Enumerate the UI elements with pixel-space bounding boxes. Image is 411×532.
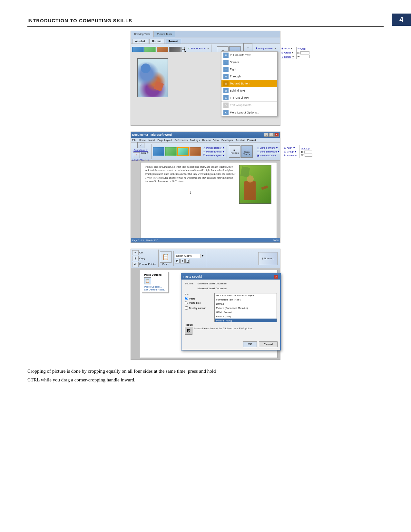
ss2-picture-effects[interactable]: ✓ Picture Effects ▼ (203, 150, 225, 153)
paste-link-radio[interactable]: Paste link: (185, 301, 210, 304)
tab-format-2[interactable]: Format (166, 39, 181, 44)
bold-btn[interactable]: B (175, 259, 180, 263)
wrap-tight[interactable]: ◇ Tight (221, 66, 277, 73)
wrap-more-options[interactable]: ⚙ More Layout Options... (221, 109, 277, 116)
paste-dialog-titlebar: Paste Special ✕ (181, 274, 280, 280)
list-item-5[interactable]: Picture (GIF) (215, 314, 277, 319)
cut-label[interactable]: Cut (139, 251, 143, 254)
ss2-rotate[interactable]: ↻ Rotate ▼ (284, 154, 297, 157)
list-item-2[interactable]: Bitmap (215, 302, 277, 306)
ss2-thumb-1[interactable] (153, 147, 164, 156)
menu-view[interactable]: View (213, 139, 219, 142)
source-label: Source: (185, 282, 194, 291)
menu-pagelayout[interactable]: Page Layout (157, 139, 172, 142)
paste-option-1[interactable]: 📋 (144, 277, 151, 284)
italic-btn[interactable]: I (180, 259, 185, 263)
ss2-wrap-btn[interactable]: ↕ Wrap Text ▼ (241, 145, 253, 158)
ss3-styles-area[interactable]: ¶ Norma... (258, 252, 278, 265)
ss2-corrections-label[interactable]: Corrections ▼ (133, 149, 148, 152)
tab-format-1[interactable]: Format (149, 39, 164, 44)
paste-label: Paste (162, 263, 169, 266)
paragraph-1: Cropping of picture is done by cropping … (27, 367, 384, 376)
ss1-art-image (137, 58, 168, 97)
source-value1: Microsoft Word Document (195, 282, 227, 285)
close-btn[interactable]: ✕ (274, 133, 279, 137)
ss2-page-status: Page 1 of 3 (132, 239, 144, 241)
ss2-width[interactable]: W: (301, 154, 312, 157)
list-item-0[interactable]: Microsoft Word Document Object (215, 293, 277, 298)
wrap-top-bottom[interactable]: ⊟ Top and Bottom (221, 80, 277, 87)
ss2-thumb-2[interactable] (165, 147, 177, 156)
list-item-3[interactable]: Picture (Enhanced Metafile) (215, 306, 277, 310)
ss2-send-backward[interactable]: ⬇ Send Backward ▼ (257, 150, 280, 153)
bring-forward-btn[interactable]: ⬆Bring Forward▼ (255, 47, 278, 50)
align-btn[interactable]: ⊞Align▼ (281, 47, 294, 50)
tab-acrobat[interactable]: Acrobat (132, 39, 148, 44)
set-default-paste-link[interactable]: Set Default Paste... (144, 288, 166, 291)
result-row: 🖼 Inserts the contents of the Clipboard … (185, 327, 277, 335)
menu-review[interactable]: Review (202, 139, 210, 142)
minimize-btn[interactable]: _ (264, 133, 269, 137)
wrap-edit-points: ✎ Edit Wrap Points (221, 101, 277, 109)
width-input[interactable]: W: (298, 55, 310, 58)
wrap-icon-inline[interactable]: ≡ (243, 43, 252, 52)
format-painter-label[interactable]: Format Painter (139, 263, 156, 266)
list-item-6[interactable]: Picture (PNG) (215, 319, 277, 322)
ss2-corrections-btn[interactable]: ✓ (137, 142, 144, 148)
menu-file[interactable]: File (132, 139, 136, 142)
styles-scroll-up[interactable]: ▲ (181, 47, 185, 50)
wrap-behind[interactable]: ⊠ Behind Text (221, 87, 277, 94)
ss2-selection-pane[interactable]: ▣ Selection Pane (257, 154, 280, 157)
wrap-square[interactable]: □ Square (221, 59, 277, 66)
ss2-picture-layout[interactable]: ☐ Picture Layout ▼ (203, 154, 225, 157)
menu-references[interactable]: References (174, 139, 188, 142)
paste-special-link[interactable]: Paste Special... (144, 285, 166, 288)
ss2-align[interactable]: ⊞ Align ▼ (284, 146, 297, 150)
ss2-position-btn[interactable]: ⊞ Position (229, 145, 240, 158)
menu-developer[interactable]: Developer (221, 139, 233, 142)
cut-icon[interactable]: ✂ (132, 250, 139, 255)
ss2-color-btn[interactable]: A (133, 152, 140, 158)
paste-radio[interactable]: Paste: (185, 297, 210, 300)
font-selector[interactable]: Calibri (Body) (175, 254, 201, 258)
paste-btn[interactable]: 📋 (160, 251, 171, 263)
paste-dialog-close-btn[interactable]: ✕ (274, 275, 278, 279)
ss2-thumb-3[interactable] (177, 147, 189, 156)
list-item-1[interactable]: Formatted Text (RTF) (215, 298, 277, 302)
crop-btn[interactable]: ✂Crop (298, 47, 310, 51)
wrap-front[interactable]: ⊡ In Front of Text (221, 94, 277, 101)
maximize-btn[interactable]: □ (269, 133, 274, 137)
height-input[interactable]: H: (298, 51, 310, 54)
ss2-crop[interactable]: ✂ Crop (301, 147, 312, 150)
menu-format[interactable]: Format (247, 139, 256, 142)
wrap-through[interactable]: ⊕ Through (221, 73, 277, 80)
menu-acrobat[interactable]: Acrobat (236, 139, 245, 142)
menu-insert[interactable]: Insert (148, 139, 155, 142)
ss2-color-label[interactable]: Color ▼ (141, 152, 149, 158)
ss2-bring-forward[interactable]: ⬆ Bring Forward ▼ (257, 146, 280, 150)
menu-home[interactable]: Home (139, 139, 146, 142)
paste-format-list[interactable]: Microsoft Word Document Object Formatted… (214, 293, 277, 322)
menu-mailings[interactable]: Mailings (190, 139, 200, 142)
copy-label[interactable]: Copy (139, 257, 145, 260)
format-painter-icon[interactable]: 🖌 (132, 262, 139, 267)
display-as-icon-row[interactable]: Display as icon (185, 306, 210, 310)
ss2-ribbon: ✓ Corrections ▼ A Color ▼ Artistic Effec… (131, 143, 280, 161)
ss2-group[interactable]: ⊡ Group ▼ (284, 150, 297, 153)
cancel-btn[interactable]: Cancel (259, 341, 278, 347)
rotate-btn[interactable]: ↻Rotate▼ (281, 55, 294, 59)
ss2-words-status: Words: 737 (146, 239, 158, 241)
ss2-picture-border[interactable]: ✓ Picture Border ▼ (203, 146, 225, 150)
paste-radio-col: As: Paste: Paste link: Display as i (185, 293, 210, 322)
font-size-btn[interactable]: ▼ (201, 254, 204, 257)
underline-btn[interactable]: U (185, 259, 190, 263)
picture-border-btn[interactable]: ✓ Picture Border ▼ (188, 47, 209, 50)
group-btn[interactable]: ⊡Group▼ (281, 51, 294, 54)
ss2-height[interactable]: H: (301, 151, 312, 153)
ss2-thumb-4[interactable] (190, 147, 201, 156)
list-item-4[interactable]: HTML Format (215, 310, 277, 314)
wrap-inline[interactable]: ≡ In Line with Text (221, 52, 277, 59)
copy-icon[interactable]: ⎘ (132, 256, 139, 261)
ok-btn[interactable]: OK (243, 341, 257, 347)
source-row: Source: Microsoft Word Document Microsof… (185, 282, 277, 292)
